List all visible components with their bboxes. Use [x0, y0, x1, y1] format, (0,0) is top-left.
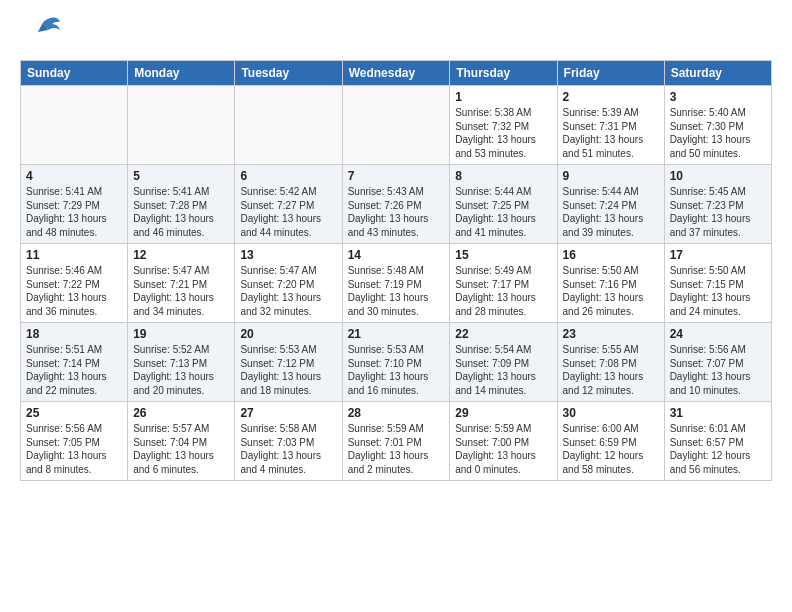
day-number: 18	[26, 327, 122, 341]
weekday-header-wednesday: Wednesday	[342, 61, 450, 86]
day-info: Sunrise: 5:55 AM Sunset: 7:08 PM Dayligh…	[563, 343, 659, 397]
day-number: 9	[563, 169, 659, 183]
calendar-week-row: 11Sunrise: 5:46 AM Sunset: 7:22 PM Dayli…	[21, 244, 772, 323]
day-info: Sunrise: 5:53 AM Sunset: 7:12 PM Dayligh…	[240, 343, 336, 397]
calendar-cell: 24Sunrise: 5:56 AM Sunset: 7:07 PM Dayli…	[664, 323, 771, 402]
day-info: Sunrise: 5:45 AM Sunset: 7:23 PM Dayligh…	[670, 185, 766, 239]
calendar-cell: 1Sunrise: 5:38 AM Sunset: 7:32 PM Daylig…	[450, 86, 557, 165]
calendar-cell: 27Sunrise: 5:58 AM Sunset: 7:03 PM Dayli…	[235, 402, 342, 481]
calendar-cell: 13Sunrise: 5:47 AM Sunset: 7:20 PM Dayli…	[235, 244, 342, 323]
calendar-cell: 8Sunrise: 5:44 AM Sunset: 7:25 PM Daylig…	[450, 165, 557, 244]
day-info: Sunrise: 5:46 AM Sunset: 7:22 PM Dayligh…	[26, 264, 122, 318]
page-header	[20, 16, 772, 50]
day-info: Sunrise: 5:41 AM Sunset: 7:29 PM Dayligh…	[26, 185, 122, 239]
day-info: Sunrise: 5:56 AM Sunset: 7:05 PM Dayligh…	[26, 422, 122, 476]
calendar-cell: 10Sunrise: 5:45 AM Sunset: 7:23 PM Dayli…	[664, 165, 771, 244]
day-info: Sunrise: 5:47 AM Sunset: 7:21 PM Dayligh…	[133, 264, 229, 318]
calendar-cell: 19Sunrise: 5:52 AM Sunset: 7:13 PM Dayli…	[128, 323, 235, 402]
day-number: 29	[455, 406, 551, 420]
day-info: Sunrise: 5:39 AM Sunset: 7:31 PM Dayligh…	[563, 106, 659, 160]
weekday-header-sunday: Sunday	[21, 61, 128, 86]
calendar-cell	[235, 86, 342, 165]
day-number: 14	[348, 248, 445, 262]
day-info: Sunrise: 5:44 AM Sunset: 7:25 PM Dayligh…	[455, 185, 551, 239]
calendar-cell: 17Sunrise: 5:50 AM Sunset: 7:15 PM Dayli…	[664, 244, 771, 323]
day-number: 5	[133, 169, 229, 183]
day-info: Sunrise: 5:59 AM Sunset: 7:00 PM Dayligh…	[455, 422, 551, 476]
day-info: Sunrise: 5:40 AM Sunset: 7:30 PM Dayligh…	[670, 106, 766, 160]
day-number: 23	[563, 327, 659, 341]
calendar-cell: 21Sunrise: 5:53 AM Sunset: 7:10 PM Dayli…	[342, 323, 450, 402]
day-number: 3	[670, 90, 766, 104]
logo	[20, 16, 66, 50]
calendar-cell: 29Sunrise: 5:59 AM Sunset: 7:00 PM Dayli…	[450, 402, 557, 481]
day-number: 10	[670, 169, 766, 183]
day-number: 7	[348, 169, 445, 183]
day-number: 31	[670, 406, 766, 420]
day-number: 30	[563, 406, 659, 420]
weekday-header-friday: Friday	[557, 61, 664, 86]
calendar-cell: 16Sunrise: 5:50 AM Sunset: 7:16 PM Dayli…	[557, 244, 664, 323]
day-number: 21	[348, 327, 445, 341]
calendar-cell	[342, 86, 450, 165]
calendar-week-row: 4Sunrise: 5:41 AM Sunset: 7:29 PM Daylig…	[21, 165, 772, 244]
logo-icon	[20, 16, 62, 50]
day-number: 4	[26, 169, 122, 183]
day-info: Sunrise: 5:56 AM Sunset: 7:07 PM Dayligh…	[670, 343, 766, 397]
calendar-cell: 23Sunrise: 5:55 AM Sunset: 7:08 PM Dayli…	[557, 323, 664, 402]
calendar-cell: 26Sunrise: 5:57 AM Sunset: 7:04 PM Dayli…	[128, 402, 235, 481]
day-info: Sunrise: 5:41 AM Sunset: 7:28 PM Dayligh…	[133, 185, 229, 239]
day-number: 2	[563, 90, 659, 104]
day-number: 19	[133, 327, 229, 341]
weekday-header-thursday: Thursday	[450, 61, 557, 86]
day-number: 27	[240, 406, 336, 420]
weekday-header-tuesday: Tuesday	[235, 61, 342, 86]
day-info: Sunrise: 5:43 AM Sunset: 7:26 PM Dayligh…	[348, 185, 445, 239]
day-number: 8	[455, 169, 551, 183]
day-info: Sunrise: 5:47 AM Sunset: 7:20 PM Dayligh…	[240, 264, 336, 318]
day-number: 16	[563, 248, 659, 262]
day-info: Sunrise: 5:50 AM Sunset: 7:15 PM Dayligh…	[670, 264, 766, 318]
calendar-cell: 25Sunrise: 5:56 AM Sunset: 7:05 PM Dayli…	[21, 402, 128, 481]
day-info: Sunrise: 5:48 AM Sunset: 7:19 PM Dayligh…	[348, 264, 445, 318]
day-info: Sunrise: 5:42 AM Sunset: 7:27 PM Dayligh…	[240, 185, 336, 239]
day-info: Sunrise: 5:53 AM Sunset: 7:10 PM Dayligh…	[348, 343, 445, 397]
day-number: 13	[240, 248, 336, 262]
calendar-cell: 12Sunrise: 5:47 AM Sunset: 7:21 PM Dayli…	[128, 244, 235, 323]
calendar-cell: 2Sunrise: 5:39 AM Sunset: 7:31 PM Daylig…	[557, 86, 664, 165]
day-info: Sunrise: 5:49 AM Sunset: 7:17 PM Dayligh…	[455, 264, 551, 318]
day-number: 25	[26, 406, 122, 420]
calendar-cell: 3Sunrise: 5:40 AM Sunset: 7:30 PM Daylig…	[664, 86, 771, 165]
calendar-cell: 22Sunrise: 5:54 AM Sunset: 7:09 PM Dayli…	[450, 323, 557, 402]
day-number: 12	[133, 248, 229, 262]
day-info: Sunrise: 5:44 AM Sunset: 7:24 PM Dayligh…	[563, 185, 659, 239]
calendar-cell: 30Sunrise: 6:00 AM Sunset: 6:59 PM Dayli…	[557, 402, 664, 481]
calendar-cell: 18Sunrise: 5:51 AM Sunset: 7:14 PM Dayli…	[21, 323, 128, 402]
calendar-table: SundayMondayTuesdayWednesdayThursdayFrid…	[20, 60, 772, 481]
day-number: 17	[670, 248, 766, 262]
day-number: 22	[455, 327, 551, 341]
day-number: 11	[26, 248, 122, 262]
calendar-week-row: 25Sunrise: 5:56 AM Sunset: 7:05 PM Dayli…	[21, 402, 772, 481]
weekday-header-monday: Monday	[128, 61, 235, 86]
calendar-cell: 4Sunrise: 5:41 AM Sunset: 7:29 PM Daylig…	[21, 165, 128, 244]
calendar-cell: 20Sunrise: 5:53 AM Sunset: 7:12 PM Dayli…	[235, 323, 342, 402]
day-number: 26	[133, 406, 229, 420]
day-info: Sunrise: 5:51 AM Sunset: 7:14 PM Dayligh…	[26, 343, 122, 397]
calendar-cell	[21, 86, 128, 165]
calendar-cell: 14Sunrise: 5:48 AM Sunset: 7:19 PM Dayli…	[342, 244, 450, 323]
calendar-cell	[128, 86, 235, 165]
day-info: Sunrise: 5:57 AM Sunset: 7:04 PM Dayligh…	[133, 422, 229, 476]
calendar-week-row: 1Sunrise: 5:38 AM Sunset: 7:32 PM Daylig…	[21, 86, 772, 165]
calendar-cell: 15Sunrise: 5:49 AM Sunset: 7:17 PM Dayli…	[450, 244, 557, 323]
calendar-cell: 5Sunrise: 5:41 AM Sunset: 7:28 PM Daylig…	[128, 165, 235, 244]
calendar-cell: 9Sunrise: 5:44 AM Sunset: 7:24 PM Daylig…	[557, 165, 664, 244]
calendar-cell: 6Sunrise: 5:42 AM Sunset: 7:27 PM Daylig…	[235, 165, 342, 244]
day-number: 15	[455, 248, 551, 262]
day-info: Sunrise: 6:01 AM Sunset: 6:57 PM Dayligh…	[670, 422, 766, 476]
day-info: Sunrise: 5:54 AM Sunset: 7:09 PM Dayligh…	[455, 343, 551, 397]
day-number: 24	[670, 327, 766, 341]
calendar-cell: 28Sunrise: 5:59 AM Sunset: 7:01 PM Dayli…	[342, 402, 450, 481]
day-number: 6	[240, 169, 336, 183]
calendar-cell: 11Sunrise: 5:46 AM Sunset: 7:22 PM Dayli…	[21, 244, 128, 323]
